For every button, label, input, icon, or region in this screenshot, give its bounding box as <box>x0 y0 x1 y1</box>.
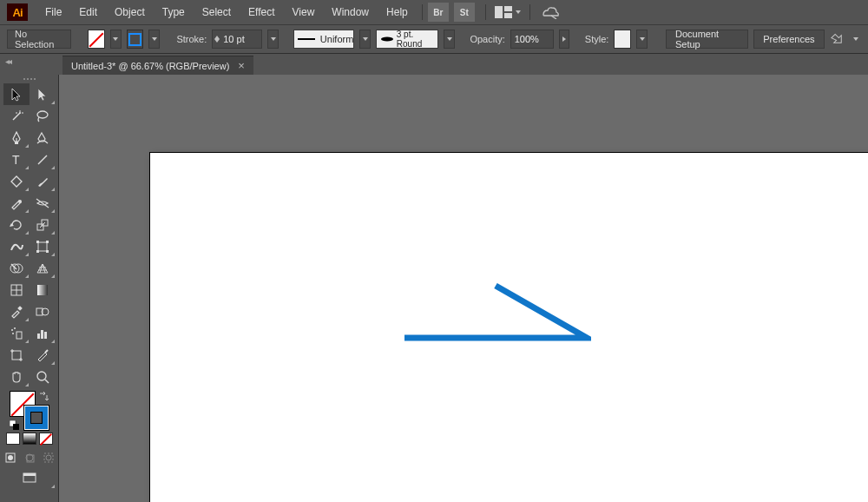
selection-indicator[interactable]: No Selection <box>7 30 71 49</box>
search-adobe-stock-icon[interactable] <box>536 5 565 19</box>
paintbrush-tool[interactable] <box>30 170 56 192</box>
svg-rect-12 <box>15 142 18 144</box>
variable-width-profile[interactable]: Uniform <box>293 30 354 49</box>
screen-mode-button[interactable] <box>3 467 56 489</box>
menu-edit[interactable]: Edit <box>70 0 106 24</box>
stroke-indicator[interactable] <box>23 405 49 431</box>
menu-view[interactable]: View <box>284 0 324 24</box>
fill-dropdown[interactable] <box>110 30 122 49</box>
mesh-tool[interactable] <box>3 279 30 301</box>
column-graph-tool[interactable] <box>30 322 56 344</box>
svg-line-49 <box>45 350 48 353</box>
panel-grip[interactable] <box>12 78 47 82</box>
rotate-tool[interactable] <box>3 214 30 235</box>
pen-tool[interactable] <box>3 127 30 149</box>
swap-fill-stroke-icon[interactable] <box>37 391 49 403</box>
workspace-switcher[interactable] <box>491 6 524 18</box>
svg-marker-5 <box>831 32 845 46</box>
lasso-tool[interactable] <box>30 105 56 127</box>
svg-rect-61 <box>23 473 36 476</box>
magic-wand-tool[interactable] <box>3 105 30 127</box>
chevron-down-icon <box>113 37 118 41</box>
draw-inside-button[interactable] <box>41 450 56 466</box>
opacity-label: Opacity: <box>470 34 504 44</box>
artboard[interactable] <box>150 153 868 502</box>
brush-preview-icon <box>380 36 393 43</box>
eraser-tool[interactable] <box>30 192 56 214</box>
direct-selection-tool[interactable] <box>30 83 56 105</box>
draw-normal-button[interactable] <box>3 450 18 466</box>
artboard-tool[interactable] <box>3 344 30 366</box>
artwork-triangle[interactable] <box>402 283 591 344</box>
opacity-dropdown[interactable] <box>559 30 570 49</box>
stock-button[interactable]: St <box>454 3 475 22</box>
svg-point-7 <box>19 112 21 114</box>
menu-effect[interactable]: Effect <box>240 0 283 24</box>
fill-swatch[interactable] <box>88 30 105 49</box>
opacity-input[interactable] <box>511 34 553 44</box>
stroke-swatch[interactable] <box>127 30 144 49</box>
rectangle-tool[interactable] <box>3 170 30 192</box>
svg-rect-0 <box>495 6 503 18</box>
svg-text:T: T <box>12 154 20 166</box>
chevron-down-icon <box>152 37 157 41</box>
width-tool[interactable] <box>3 235 30 257</box>
preferences-button[interactable]: Preferences <box>753 30 824 49</box>
curvature-tool[interactable] <box>30 127 56 149</box>
gradient-mode-button[interactable] <box>23 433 36 445</box>
document-tab[interactable]: Untitled-3* @ 66.67% (RGB/Preview) × <box>62 56 253 75</box>
blend-tool[interactable] <box>30 301 56 322</box>
chevron-down-icon <box>363 37 368 41</box>
scale-tool[interactable] <box>30 214 56 235</box>
graphic-style-swatch[interactable] <box>614 30 631 49</box>
tab-close-button[interactable]: × <box>238 60 245 71</box>
stroke-weight-stepper[interactable] <box>212 30 262 49</box>
graphic-style-dropdown[interactable] <box>636 30 648 49</box>
stroke-weight-dropdown[interactable] <box>267 30 279 49</box>
svg-point-4 <box>381 37 393 42</box>
fill-stroke-control[interactable] <box>10 391 49 431</box>
shaper-tool[interactable] <box>3 192 30 214</box>
gradient-tool[interactable] <box>30 279 56 301</box>
document-setup-button[interactable]: Document Setup <box>666 30 748 49</box>
menu-help[interactable]: Help <box>378 0 417 24</box>
color-mode-button[interactable] <box>6 433 20 445</box>
panel-collapse-button[interactable]: ◂◂ <box>0 54 16 68</box>
eyedropper-tool[interactable] <box>3 301 30 322</box>
opacity-field[interactable] <box>510 30 554 49</box>
stroke-weight-input[interactable] <box>220 34 261 44</box>
align-panel-icon[interactable] <box>830 30 845 49</box>
type-tool[interactable]: T <box>3 149 30 170</box>
bridge-button[interactable]: Br <box>428 3 449 22</box>
svg-rect-23 <box>36 241 39 243</box>
selection-tool[interactable] <box>3 83 30 105</box>
variable-width-dropdown[interactable] <box>359 30 371 49</box>
line-segment-tool[interactable] <box>30 149 56 170</box>
symbol-sprayer-tool[interactable] <box>3 322 30 344</box>
svg-rect-37 <box>16 332 22 339</box>
default-fill-stroke-icon[interactable] <box>10 420 20 431</box>
stroke-dropdown[interactable] <box>148 30 160 49</box>
menu-file[interactable]: File <box>36 0 70 24</box>
svg-rect-33 <box>37 285 48 295</box>
free-transform-tool[interactable] <box>30 235 56 257</box>
control-overflow[interactable] <box>850 30 861 49</box>
menu-type[interactable]: Type <box>154 0 194 24</box>
zoom-tool[interactable] <box>30 366 56 387</box>
line-sample-icon <box>298 38 314 40</box>
none-mode-button[interactable] <box>39 433 53 445</box>
menu-window[interactable]: Window <box>323 0 378 24</box>
perspective-grid-tool[interactable] <box>30 257 56 279</box>
menu-object[interactable]: Object <box>106 0 154 24</box>
hand-tool[interactable] <box>3 366 30 387</box>
menu-select[interactable]: Select <box>194 0 240 24</box>
menu-bar: Ai File Edit Object Type Select Effect V… <box>0 0 868 24</box>
brush-definition[interactable]: 3 pt. Round <box>376 30 438 49</box>
brush-label: 3 pt. Round <box>397 30 438 49</box>
slice-tool[interactable] <box>30 344 56 366</box>
shape-builder-tool[interactable] <box>3 257 30 279</box>
canvas-stage[interactable] <box>59 75 868 502</box>
draw-behind-row <box>3 450 56 466</box>
draw-behind-button[interactable] <box>22 450 37 466</box>
brush-dropdown[interactable] <box>444 30 455 49</box>
